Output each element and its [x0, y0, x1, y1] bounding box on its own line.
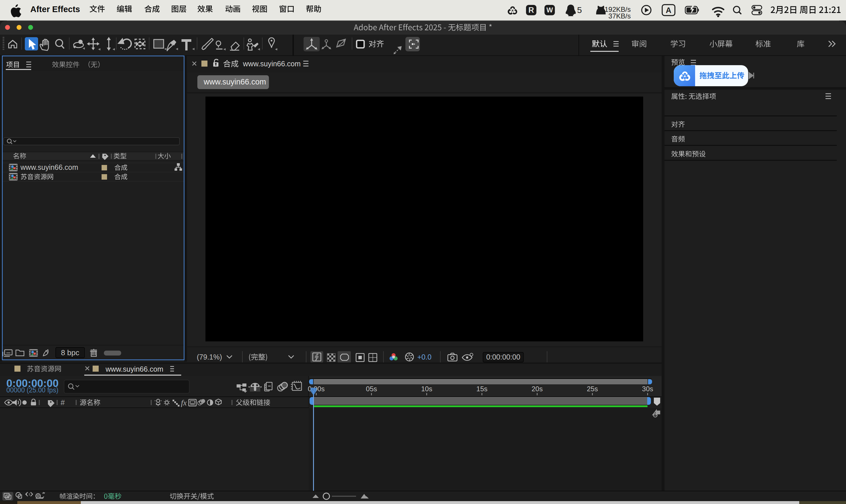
- svg-text:R: R: [528, 6, 534, 14]
- svg-text:05s: 05s: [366, 385, 377, 393]
- svg-text:8 bpc: 8 bpc: [61, 348, 80, 357]
- svg-text:After Effects: After Effects: [30, 5, 80, 14]
- svg-text:0:00:00:00: 0:00:00:00: [486, 353, 520, 361]
- svg-text:25s: 25s: [587, 385, 598, 393]
- svg-text:00000 (25.00 fps): 00000 (25.00 fps): [6, 386, 58, 394]
- svg-text:37KB/s: 37KB/s: [609, 12, 631, 20]
- svg-text:W: W: [546, 6, 553, 14]
- svg-text:15s: 15s: [476, 385, 488, 393]
- svg-text:#: #: [60, 398, 65, 407]
- svg-text:5: 5: [577, 5, 582, 15]
- svg-text:20s: 20s: [531, 385, 543, 393]
- svg-text:+0.0: +0.0: [417, 353, 431, 361]
- svg-text:30s: 30s: [642, 385, 653, 393]
- svg-text:A: A: [666, 6, 671, 15]
- svg-text:fx: fx: [181, 398, 187, 407]
- svg-text:(79.1%): (79.1%): [197, 353, 222, 361]
- svg-text:www.suyin66.com: www.suyin66.com: [243, 60, 301, 68]
- svg-text:www.suyin66.com: www.suyin66.com: [20, 163, 78, 171]
- svg-text:10s: 10s: [421, 385, 432, 393]
- svg-text:www.suyin66.com: www.suyin66.com: [105, 365, 163, 373]
- svg-text:www.suyin66.com: www.suyin66.com: [204, 77, 266, 86]
